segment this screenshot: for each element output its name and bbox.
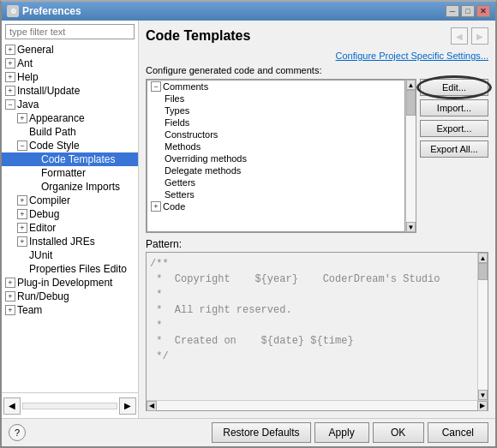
sidebar-item-install-update[interactable]: + Install/Update bbox=[2, 84, 138, 98]
pattern-hscroll-left[interactable]: ◀ bbox=[147, 401, 157, 411]
sidebar-item-general[interactable]: + General bbox=[2, 43, 138, 57]
sidebar-item-ant[interactable]: + Ant bbox=[2, 57, 138, 70]
sidebar-item-team[interactable]: + Team bbox=[2, 303, 138, 317]
sidebar-item-installed-jres[interactable]: + Installed JREs bbox=[2, 235, 138, 248]
template-item-delegate-methods[interactable]: Delegate methods bbox=[147, 164, 404, 176]
template-buttons: Edit... Import... Export... Export All..… bbox=[420, 79, 488, 233]
pattern-hscroll-right[interactable]: ▶ bbox=[477, 401, 488, 411]
template-scroll-track bbox=[406, 90, 416, 222]
sidebar-item-label-plugin-dev: Plug-in Development bbox=[17, 277, 112, 289]
expand-icon-java: − bbox=[5, 99, 15, 110]
template-label-getters: Getters bbox=[165, 177, 195, 188]
expand-icon-code-style: − bbox=[17, 140, 27, 151]
sidebar-item-label-run-debug: Run/Debug bbox=[17, 290, 69, 302]
sidebar-item-compiler[interactable]: + Compiler bbox=[2, 194, 138, 207]
sidebar-item-label-help: Help bbox=[17, 71, 39, 83]
ok-button[interactable]: OK bbox=[373, 422, 424, 443]
template-scroll-down[interactable]: ▼ bbox=[406, 222, 416, 232]
export-all-button[interactable]: Export All... bbox=[420, 140, 488, 158]
content-title: Code Templates bbox=[146, 28, 250, 44]
sidebar-item-java[interactable]: − Java bbox=[2, 98, 138, 111]
nav-arrows: ◀ ▶ bbox=[451, 27, 488, 45]
configure-link-container: Configure Project Specific Settings... bbox=[146, 50, 488, 62]
pattern-scroll-down[interactable]: ▼ bbox=[478, 390, 488, 400]
sidebar-item-label-appearance: Appearance bbox=[29, 112, 85, 124]
sidebar-item-label-junit: JUnit bbox=[29, 249, 52, 261]
template-item-setters[interactable]: Setters bbox=[147, 188, 404, 200]
sidebar-item-editor[interactable]: + Editor bbox=[2, 221, 138, 235]
help-button[interactable]: ? bbox=[9, 424, 26, 441]
expand-icon-appearance: + bbox=[17, 113, 27, 123]
expand-icon-editor: + bbox=[17, 223, 27, 233]
expand-icon-help: + bbox=[5, 72, 15, 82]
sidebar-item-debug[interactable]: + Debug bbox=[2, 207, 138, 221]
title-bar: ⚙ Preferences ─ □ ✕ bbox=[2, 2, 495, 21]
pattern-scroll-thumb[interactable] bbox=[478, 263, 488, 280]
sidebar-item-formatter[interactable]: Formatter bbox=[2, 166, 138, 180]
sidebar-item-label-installed-jres: Installed JREs bbox=[29, 236, 95, 248]
sidebar-scroll-right[interactable]: ▶ bbox=[119, 397, 136, 415]
template-item-overriding-methods[interactable]: Overriding methods bbox=[147, 152, 404, 164]
pattern-label: Pattern: bbox=[146, 238, 488, 250]
template-item-fields[interactable]: Fields bbox=[147, 116, 404, 128]
main-area: + General + Ant + Help + Install/Update bbox=[2, 21, 495, 418]
expand-icon-install-update: + bbox=[5, 86, 15, 96]
minimize-button[interactable]: ─ bbox=[446, 5, 459, 17]
expand-icon-team: + bbox=[5, 305, 15, 315]
maximize-button[interactable]: □ bbox=[461, 5, 475, 17]
template-item-files[interactable]: Files bbox=[147, 93, 404, 105]
apply-button[interactable]: Apply bbox=[314, 422, 369, 443]
template-item-methods[interactable]: Methods bbox=[147, 140, 404, 152]
sidebar-item-label-formatter: Formatter bbox=[41, 167, 86, 179]
template-scroll-thumb[interactable] bbox=[406, 90, 416, 116]
nav-back-button[interactable]: ◀ bbox=[451, 27, 468, 45]
sidebar-item-run-debug[interactable]: + Run/Debug bbox=[2, 290, 138, 303]
pattern-hscroll-track bbox=[157, 401, 477, 410]
sidebar-item-code-style[interactable]: − Code Style bbox=[2, 139, 138, 152]
sidebar-scrollbar-area: ◀ ▶ bbox=[2, 392, 138, 418]
sidebar-scroll: ◀ ▶ bbox=[2, 397, 138, 415]
template-label-code: Code bbox=[163, 201, 185, 212]
title-controls: ─ □ ✕ bbox=[446, 5, 490, 17]
sidebar-item-code-templates[interactable]: Code Templates bbox=[2, 152, 138, 166]
cancel-button[interactable]: Cancel bbox=[428, 422, 488, 443]
filter-input[interactable] bbox=[5, 24, 135, 39]
template-item-constructors[interactable]: Constructors bbox=[147, 128, 404, 140]
configure-project-link[interactable]: Configure Project Specific Settings... bbox=[335, 51, 488, 61]
restore-defaults-button[interactable]: Restore Defaults bbox=[212, 422, 310, 443]
templates-section: − Comments Files Types Fields bbox=[146, 79, 488, 233]
sidebar-item-label-code-templates: Code Templates bbox=[41, 153, 116, 165]
close-button[interactable]: ✕ bbox=[476, 5, 490, 17]
template-item-getters[interactable]: Getters bbox=[147, 176, 404, 188]
template-item-types[interactable]: Types bbox=[147, 105, 404, 116]
export-button[interactable]: Export... bbox=[420, 120, 488, 137]
sidebar-item-label-ant: Ant bbox=[17, 57, 33, 69]
sidebar-item-help[interactable]: + Help bbox=[2, 70, 138, 84]
sidebar-scroll-left[interactable]: ◀ bbox=[3, 397, 21, 415]
pattern-text: /** * Copyright ${year} CoderDream's Stu… bbox=[147, 253, 477, 400]
nav-forward-button[interactable]: ▶ bbox=[471, 27, 488, 45]
edit-button[interactable]: Edit... bbox=[420, 79, 488, 96]
sidebar-item-build-path[interactable]: Build Path bbox=[2, 125, 138, 139]
sidebar-item-label-build-path: Build Path bbox=[29, 126, 76, 138]
import-button[interactable]: Import... bbox=[420, 99, 488, 116]
pattern-scroll-up[interactable]: ▲ bbox=[478, 253, 488, 263]
pattern-area: /** * Copyright ${year} CoderDream's Stu… bbox=[146, 252, 488, 411]
sidebar-item-label-install-update: Install/Update bbox=[17, 85, 80, 97]
sidebar-item-appearance[interactable]: + Appearance bbox=[2, 111, 138, 125]
template-item-comments[interactable]: − Comments bbox=[147, 81, 404, 93]
content-header: Code Templates ◀ ▶ bbox=[146, 27, 488, 45]
sidebar-item-organize-imports[interactable]: Organize Imports bbox=[2, 180, 138, 194]
template-label-types: Types bbox=[165, 105, 189, 116]
template-tree-panel: − Comments Files Types Fields bbox=[147, 80, 405, 232]
sidebar-item-junit[interactable]: JUnit bbox=[2, 248, 138, 262]
expand-icon-general: + bbox=[5, 45, 15, 55]
sidebar-item-label-debug: Debug bbox=[29, 208, 59, 220]
template-scroll-up[interactable]: ▲ bbox=[406, 80, 416, 90]
sidebar-item-label-general: General bbox=[17, 44, 54, 56]
template-item-code[interactable]: + Code bbox=[147, 200, 404, 212]
sidebar-item-properties[interactable]: Properties Files Edito bbox=[2, 262, 138, 276]
sidebar-item-plugin-dev[interactable]: + Plug-in Development bbox=[2, 276, 138, 290]
sidebar-item-label-properties: Properties Files Edito bbox=[29, 263, 127, 275]
template-expand-comments: − bbox=[151, 81, 161, 92]
